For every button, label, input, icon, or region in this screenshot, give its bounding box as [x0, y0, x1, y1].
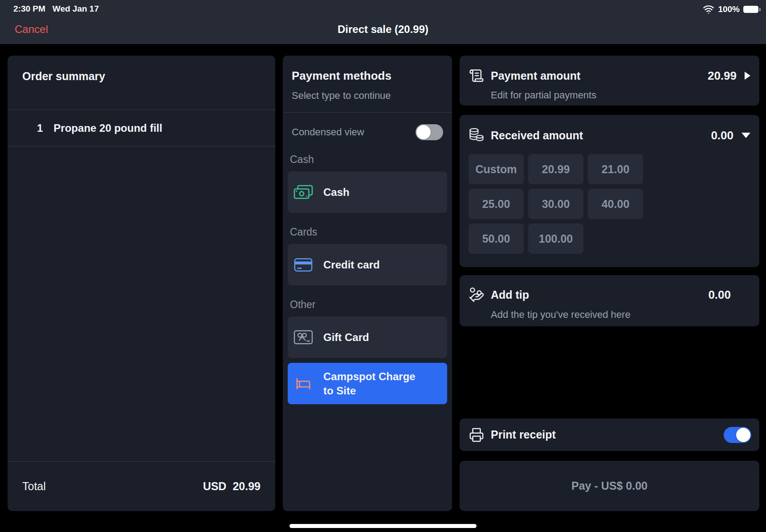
payment-methods-panel: Payment methods Select type to continue … [283, 56, 452, 511]
add-tip-value: 0.00 [708, 288, 731, 302]
section-label-cards: Cards [290, 226, 445, 238]
gift-card-icon [293, 330, 314, 345]
order-item-qty: 1 [37, 122, 43, 134]
order-summary-panel: Order summary 1 Propane 20 pound fill To… [8, 56, 275, 511]
quick-amount-button[interactable]: 50.00 [469, 223, 524, 254]
order-item-row[interactable]: 1 Propane 20 pound fill [8, 110, 275, 146]
payment-amount-card[interactable]: Payment amount 20.99 Edit for partial pa… [460, 56, 759, 106]
print-receipt-card: Print receipt [460, 418, 759, 451]
payment-method-credit-card[interactable]: Credit card [288, 244, 447, 285]
payment-method-label: Credit card [323, 259, 380, 271]
payment-method-cash[interactable]: Cash [288, 171, 447, 213]
payment-method-label: Campspot Charge to Site [323, 370, 426, 397]
toggle-knob [416, 125, 431, 139]
received-amount-card: Received amount 0.00 Custom 20.99 21.00 … [460, 115, 759, 267]
wifi-icon [703, 4, 714, 15]
quick-amount-button[interactable]: 21.00 [588, 154, 643, 184]
add-tip-row: Add tip 0.00 [469, 287, 750, 303]
payment-method-campspot-charge-to-site[interactable]: Campspot Charge to Site [288, 363, 447, 404]
pay-button-label: Pay - US$ 0.00 [571, 479, 648, 492]
section-label-cash: Cash [290, 154, 445, 166]
payment-methods-header: Payment methods Select type to continue [283, 56, 452, 113]
order-total-amount: 20.99 [232, 480, 261, 493]
coin-stack-icon [469, 127, 485, 143]
status-bar-left: 2:30 PM Wed Jan 17 [13, 4, 99, 14]
battery-percent-label: 100% [718, 4, 740, 14]
order-total-currency: USD [203, 480, 227, 493]
quick-amount-custom[interactable]: Custom [469, 154, 524, 184]
banknotes-icon [293, 185, 314, 200]
received-amount-row[interactable]: Received amount 0.00 [469, 127, 750, 143]
pos-checkout-screen: 2:30 PM Wed Jan 17 100% Cancel Direct sa… [0, 0, 766, 532]
home-indicator[interactable] [289, 524, 477, 528]
payment-methods-subtitle: Select type to continue [292, 90, 443, 102]
payment-method-gift-card[interactable]: Gift Card [288, 317, 447, 358]
chevron-right-icon [745, 72, 750, 80]
page-title: Direct sale (20.99) [0, 23, 766, 36]
caret-down-icon [742, 133, 750, 138]
hand-coins-icon [469, 287, 485, 303]
order-summary-title: Order summary [8, 56, 275, 110]
quick-amount-button[interactable]: 40.00 [588, 189, 643, 219]
pay-button[interactable]: Pay - US$ 0.00 [460, 461, 759, 511]
received-amount-value: 0.00 [711, 129, 733, 142]
quick-amount-grid: Custom 20.99 21.00 25.00 30.00 40.00 50.… [469, 154, 750, 254]
add-tip-title: Add tip [491, 288, 529, 301]
payment-methods-title: Payment methods [292, 69, 443, 83]
payment-amount-value: 20.99 [708, 69, 737, 83]
quick-amount-button[interactable]: 30.00 [528, 189, 583, 219]
order-item-name: Propane 20 pound fill [53, 122, 162, 134]
payment-amount-row: Payment amount 20.99 [469, 68, 750, 83]
top-bar: 2:30 PM Wed Jan 17 100% Cancel Direct sa… [0, 0, 766, 44]
print-receipt-toggle[interactable] [724, 427, 751, 443]
print-receipt-label: Print receipt [491, 428, 556, 441]
quick-amount-button[interactable]: 20.99 [528, 154, 583, 184]
section-label-other: Other [290, 299, 445, 311]
add-tip-subtitle: Add the tip you've received here [491, 309, 750, 321]
clock-time: 2:30 PM [13, 4, 45, 14]
order-total-label: Total [22, 480, 46, 493]
payment-method-label: Cash [323, 186, 350, 199]
credit-card-icon [293, 258, 314, 272]
quick-amount-button[interactable]: 100.00 [528, 223, 583, 254]
printer-icon [469, 427, 485, 443]
clock-date: Wed Jan 17 [53, 4, 99, 14]
receipt-icon [469, 68, 485, 83]
bed-icon [293, 376, 314, 391]
condensed-view-label: Condensed view [292, 126, 364, 138]
battery-icon [743, 6, 758, 13]
quick-amount-button[interactable]: 25.00 [469, 189, 524, 219]
payment-amount-title: Payment amount [491, 69, 580, 82]
order-total-row: Total USD 20.99 [8, 461, 275, 511]
status-bar-right: 100% [703, 4, 761, 15]
payment-amount-subtitle: Edit for partial payments [491, 89, 750, 101]
condensed-view-toggle[interactable] [416, 124, 443, 140]
condensed-view-row: Condensed view [292, 124, 443, 140]
payment-method-label: Gift Card [323, 331, 369, 344]
received-amount-title: Received amount [491, 129, 583, 142]
toggle-knob [736, 428, 750, 442]
add-tip-card[interactable]: Add tip 0.00 Add the tip you've received… [460, 275, 759, 326]
order-total-value: USD 20.99 [203, 480, 261, 493]
